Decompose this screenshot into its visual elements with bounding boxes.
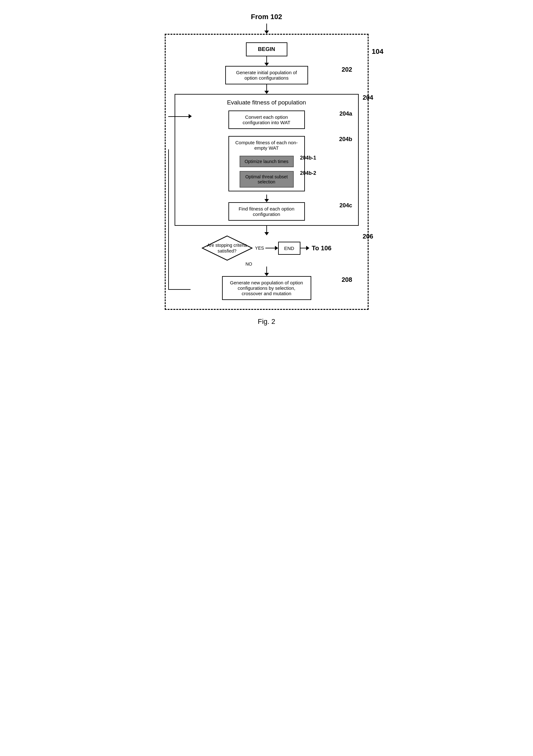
ref-204b1: 204b-1 xyxy=(300,155,316,161)
arrow-end-to-106 xyxy=(300,246,309,250)
node-204c: Find fitness of each option configuratio… xyxy=(228,202,305,221)
ref-204: 204 xyxy=(363,94,373,101)
node-204b: Compute fitness of each non-empty WAT Op… xyxy=(228,136,305,191)
ref-204c: 204c xyxy=(339,202,352,209)
arrow-204-to-206 xyxy=(265,226,269,235)
node-204-title: Evaluate fitness of population xyxy=(180,99,354,106)
node-204b2: Optimal threat subset selection xyxy=(239,171,294,188)
begin-box: BEGIN xyxy=(246,42,287,56)
arrow-begin-to-202 xyxy=(265,56,269,66)
loop-back-top-h xyxy=(168,116,189,117)
node-204a: Convert each option configuration into W… xyxy=(228,111,305,129)
arrow-from-102 xyxy=(155,24,378,34)
loop-back-vertical xyxy=(168,149,169,290)
no-label: NO xyxy=(246,261,252,266)
yes-path: YES END To 106 xyxy=(254,242,332,255)
arrow-204b-to-204c xyxy=(180,195,354,202)
node-202: Generate initial population of option co… xyxy=(225,66,308,84)
ref-204b: 204b xyxy=(339,136,352,143)
end-box: END xyxy=(278,242,300,255)
node-204b1: Optimize launch times xyxy=(239,156,294,167)
no-arrow xyxy=(265,266,269,276)
no-path: NO xyxy=(241,261,292,276)
loop-back-bottom-h xyxy=(168,289,190,290)
loop-back-arrow xyxy=(189,114,192,119)
ref-202: 202 xyxy=(342,66,352,73)
from-label: From 102 xyxy=(155,13,378,21)
ref-208: 208 xyxy=(342,276,352,284)
ref-204a: 204a xyxy=(339,111,352,117)
node-208: Generate new population of option config… xyxy=(222,276,311,300)
node-204b-text: Compute fitness of each non-empty WAT xyxy=(233,140,300,150)
node-206-text: Are stopping criteria satisfied? xyxy=(202,242,253,254)
flow-column: BEGIN Generate initial population of opt… xyxy=(175,42,359,300)
page-container: From 102 104 BEGIN Generate initial popu… xyxy=(155,6,378,338)
ref-204b2: 204b-2 xyxy=(300,170,316,176)
to-106-label: To 106 xyxy=(312,245,332,252)
arrow-202-to-204 xyxy=(265,84,269,94)
yes-arrow xyxy=(266,246,278,250)
ref-206: 206 xyxy=(363,233,373,240)
node-204: Evaluate fitness of population Convert e… xyxy=(175,94,359,226)
node-206-diamond: Are stopping criteria satisfied? xyxy=(202,235,253,261)
yes-label: YES xyxy=(255,246,264,251)
fig-label: Fig. 2 xyxy=(155,317,378,326)
ref-104: 104 xyxy=(372,47,383,56)
main-dashed-box: 104 BEGIN Generate initial population of… xyxy=(165,34,369,310)
